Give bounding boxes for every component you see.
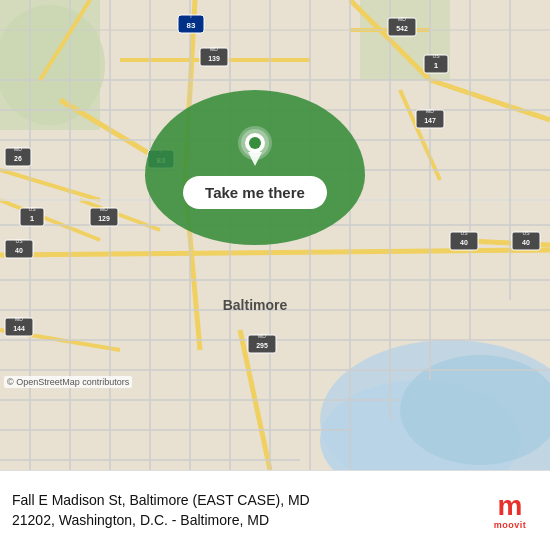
svg-text:MD: MD bbox=[398, 16, 406, 22]
svg-text:26: 26 bbox=[14, 155, 22, 162]
svg-text:Baltimore: Baltimore bbox=[223, 297, 288, 313]
svg-text:40: 40 bbox=[15, 247, 23, 254]
svg-text:139: 139 bbox=[208, 55, 220, 62]
svg-text:1: 1 bbox=[434, 61, 439, 70]
footer-address-block: Fall E Madison St, Baltimore (EAST CASE)… bbox=[12, 491, 472, 530]
map-container: 83 I 83 I 139 MD 542 MD 147 MD 1 US 1 US… bbox=[0, 0, 550, 470]
svg-text:129: 129 bbox=[98, 215, 110, 222]
svg-text:147: 147 bbox=[424, 117, 436, 124]
svg-text:MD: MD bbox=[210, 46, 218, 52]
svg-text:1: 1 bbox=[30, 214, 35, 223]
svg-text:US: US bbox=[29, 206, 37, 212]
svg-text:I: I bbox=[190, 13, 191, 19]
footer: Fall E Madison St, Baltimore (EAST CASE)… bbox=[0, 470, 550, 550]
svg-text:40: 40 bbox=[522, 239, 530, 246]
svg-text:MD: MD bbox=[14, 146, 22, 152]
svg-text:US: US bbox=[16, 238, 24, 244]
svg-text:40: 40 bbox=[460, 239, 468, 246]
address-line2: 21202, Washington, D.C. - Baltimore, MD bbox=[12, 511, 472, 531]
address-line1: Fall E Madison St, Baltimore (EAST CASE)… bbox=[12, 491, 472, 511]
svg-text:MD: MD bbox=[15, 316, 23, 322]
moovit-logo: m moovit bbox=[482, 492, 538, 530]
svg-point-5 bbox=[0, 5, 105, 125]
take-me-there-button[interactable]: Take me there bbox=[183, 176, 327, 209]
svg-text:MD: MD bbox=[426, 108, 434, 114]
svg-text:MD: MD bbox=[100, 206, 108, 212]
svg-text:MD: MD bbox=[258, 333, 266, 339]
svg-text:144: 144 bbox=[13, 325, 25, 332]
svg-text:US: US bbox=[433, 53, 441, 59]
svg-text:83: 83 bbox=[187, 21, 196, 30]
svg-text:542: 542 bbox=[396, 25, 408, 32]
osm-credit: © OpenStreetMap contributors bbox=[4, 376, 132, 388]
moovit-logo-letter: m bbox=[498, 492, 523, 520]
svg-text:US: US bbox=[523, 230, 531, 236]
svg-text:295: 295 bbox=[256, 342, 268, 349]
moovit-brand-name: moovit bbox=[494, 520, 527, 530]
svg-point-96 bbox=[249, 137, 261, 149]
svg-text:US: US bbox=[461, 230, 469, 236]
pin-icon bbox=[238, 126, 272, 168]
